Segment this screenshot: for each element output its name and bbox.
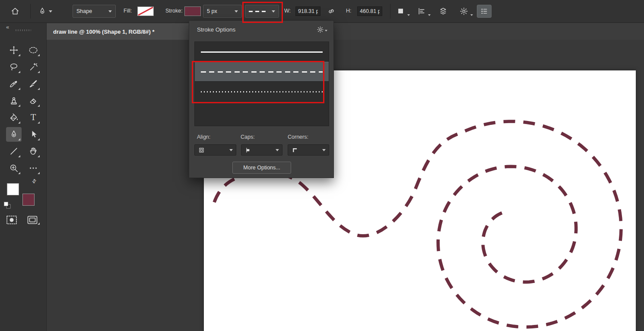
- zoom-icon: [9, 163, 19, 173]
- tool-curvature-pen[interactable]: [6, 127, 22, 142]
- flyout-indicator: [38, 155, 40, 157]
- caps-label: Caps:: [241, 134, 255, 140]
- background-color-swatch[interactable]: [22, 194, 35, 206]
- path-arrangement-button[interactable]: [437, 5, 449, 18]
- corners-select[interactable]: [288, 144, 329, 156]
- tool-hand[interactable]: [25, 144, 41, 159]
- miter-corner-icon: [291, 146, 298, 154]
- settings-gear-button[interactable]: [458, 5, 475, 18]
- gear-icon: [317, 26, 324, 33]
- type-tool-icon: T: [29, 113, 38, 122]
- flyout-indicator: [18, 155, 20, 157]
- tool-line[interactable]: [6, 144, 22, 159]
- chevron-down-icon: [322, 149, 326, 151]
- chevron-down-icon: [470, 14, 473, 16]
- options-bar: Shape Fill: Stroke: 5 px W: H:: [0, 0, 644, 23]
- tool-eraser[interactable]: [25, 93, 41, 108]
- stroke-label: Stroke:: [165, 8, 183, 14]
- tool-elliptical-marquee[interactable]: [25, 43, 41, 57]
- flyout-indicator: [38, 138, 40, 140]
- flyout-indicator: [18, 88, 20, 90]
- swap-colors-button[interactable]: ⇄: [31, 177, 38, 185]
- tool-lasso[interactable]: [6, 60, 22, 74]
- stroke-swatch[interactable]: [184, 6, 201, 16]
- shape-width-input[interactable]: [295, 6, 320, 16]
- foreground-color-swatch[interactable]: [7, 183, 19, 195]
- chevron-down-icon: [272, 10, 275, 13]
- link-dimensions-button[interactable]: [325, 5, 337, 18]
- tool-eyedropper[interactable]: [6, 76, 22, 91]
- tool-direct-selection[interactable]: [25, 127, 41, 142]
- stroke-style-solid[interactable]: [195, 42, 329, 62]
- stroke-style-dotted[interactable]: [195, 82, 329, 102]
- tool-move[interactable]: [6, 43, 22, 57]
- tool-brush[interactable]: [25, 76, 41, 91]
- path-operations-button[interactable]: [395, 5, 412, 18]
- dashed-line-preview: [249, 11, 268, 12]
- flyout-indicator: [18, 138, 20, 140]
- flyout-indicator: [18, 54, 20, 56]
- tool-clone-stamp[interactable]: [6, 93, 22, 108]
- screen-mode-button[interactable]: [27, 215, 38, 225]
- path-alignment-button[interactable]: [416, 5, 432, 18]
- chevron-down-icon: [235, 10, 238, 13]
- fill-swatch[interactable]: [137, 6, 154, 16]
- svg-text:T: T: [30, 113, 36, 122]
- ellipsis-icon: [29, 163, 38, 173]
- chevron-down-icon: [49, 10, 52, 13]
- tool-preset-button[interactable]: [36, 5, 61, 18]
- lasso-icon: [9, 62, 19, 72]
- solid-line-sample: [201, 51, 323, 53]
- divider: [30, 4, 31, 19]
- tool-mode-select[interactable]: Shape: [73, 5, 116, 18]
- elliptical-marquee-icon: [29, 45, 38, 55]
- tool-type[interactable]: T: [25, 110, 41, 125]
- stroke-width-select[interactable]: 5 px: [203, 5, 242, 18]
- flyout-indicator: [38, 54, 40, 56]
- tools-panel: «: [0, 22, 47, 331]
- tool-mode-value: Shape: [76, 8, 92, 14]
- align-inside-icon: [198, 146, 205, 154]
- no-fill-slash-icon: [138, 7, 153, 16]
- toolbar-toggle-button[interactable]: [477, 5, 492, 18]
- stroke-type-select[interactable]: [245, 5, 279, 18]
- fill-label: Fill:: [124, 8, 132, 14]
- dotted-line-sample: [201, 91, 323, 92]
- align-select[interactable]: [194, 144, 236, 156]
- quick-mask-button[interactable]: [6, 215, 17, 225]
- chevron-down-icon: [325, 30, 327, 32]
- clone-stamp-icon: [9, 96, 19, 105]
- more-options-button[interactable]: More Options...: [232, 162, 291, 174]
- arrange-layers-icon: [439, 7, 447, 16]
- chevron-down-icon: [108, 10, 112, 13]
- chevron-down-icon: [407, 14, 410, 16]
- stroke-style-dashed[interactable]: [195, 62, 329, 82]
- home-button[interactable]: [9, 5, 22, 18]
- stroke-width-value: 5 px: [207, 8, 217, 14]
- caps-select[interactable]: [241, 144, 282, 156]
- direct-selection-icon: [29, 130, 38, 139]
- chevron-down-icon: [229, 149, 233, 151]
- eraser-icon: [29, 96, 38, 105]
- panel-grip[interactable]: [16, 29, 31, 31]
- path-operations-icon: [397, 7, 405, 16]
- flyout-indicator: [38, 105, 40, 107]
- flyout-indicator: [18, 71, 20, 73]
- default-colors-icon: [3, 201, 11, 209]
- tool-more-tools[interactable]: [25, 161, 41, 175]
- quick-mask-icon: [6, 215, 17, 225]
- document-tab[interactable]: draw line @ 100% (Shape 1, RGB/8#) * ×: [46, 23, 198, 40]
- panel-settings-button[interactable]: [317, 26, 327, 33]
- paint-bucket-icon: [9, 113, 19, 122]
- flyout-indicator: [18, 121, 20, 124]
- gear-icon: [460, 7, 468, 16]
- shape-height-input[interactable]: [357, 6, 382, 16]
- collapse-panel-button[interactable]: «: [3, 23, 11, 31]
- stroke-options-panel: Stroke Options Align: Caps: Corners: Mor…: [189, 20, 334, 178]
- tool-magic-wand[interactable]: [25, 60, 41, 74]
- default-colors-button[interactable]: [3, 201, 11, 210]
- tool-zoom[interactable]: [6, 161, 22, 175]
- tool-paint-bucket[interactable]: [6, 110, 22, 125]
- pasteboard: [46, 40, 644, 331]
- chevron-down-icon: [276, 149, 279, 151]
